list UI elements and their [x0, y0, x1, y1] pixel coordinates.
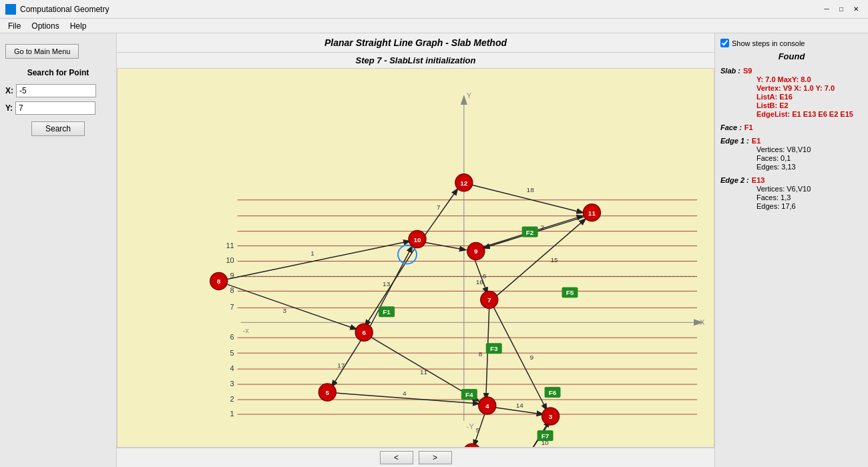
face-row: Face : F1 [720, 123, 863, 131]
go-to-main-menu-button[interactable]: Go to Main Menu [5, 44, 79, 59]
svg-text:3: 3 [282, 307, 286, 314]
svg-text:16: 16 [476, 278, 484, 286]
svg-text:14: 14 [516, 402, 524, 409]
edge2-row: Edge 2 : E13 [720, 176, 863, 184]
edge1-vertices: Vertices: V8,V10 [720, 145, 863, 153]
show-steps-row: Show steps in console [720, 39, 863, 47]
svg-text:6: 6 [230, 333, 234, 341]
svg-text:9: 9 [474, 248, 478, 256]
svg-text:F4: F4 [465, 391, 473, 398]
face-value: F1 [744, 123, 753, 131]
svg-text:7: 7 [487, 296, 491, 304]
minimize-button[interactable]: ─ [820, 3, 833, 16]
svg-text:11: 11 [226, 242, 234, 250]
svg-text:17: 17 [337, 362, 345, 369]
edge2-vertices: Vertices: V6,V10 [720, 185, 863, 193]
svg-text:3: 3 [230, 380, 234, 388]
right-panel: Show steps in console Found Slab : S9 Y:… [714, 33, 868, 467]
svg-text:4: 4 [230, 364, 234, 372]
menu-bar: File Options Help [0, 19, 868, 33]
svg-text:F5: F5 [566, 289, 574, 296]
edge2-label: Edge 2 : [720, 176, 749, 184]
x-label: X: [5, 86, 13, 95]
svg-text:1: 1 [310, 250, 314, 258]
svg-text:F1: F1 [383, 308, 391, 316]
svg-text:10: 10 [413, 236, 421, 244]
svg-text:2: 2 [541, 223, 545, 231]
svg-text:6: 6 [362, 329, 366, 336]
found-title: Found [720, 51, 863, 61]
main-menu-button-container: Go to Main Menu [5, 44, 111, 59]
edge1-row: Edge 1 : E1 [720, 137, 863, 145]
show-steps-checkbox[interactable] [720, 39, 729, 47]
edge2-edges: Edges: 17,6 [720, 202, 863, 210]
slab-section: Slab : S9 Y: 7.0 MaxY: 8.0 Vertex: V9 X:… [720, 67, 863, 118]
slab-listA-row: ListA: E16 [720, 93, 863, 101]
step-title: Step 7 - SlabList initialization [117, 53, 714, 68]
svg-text:13: 13 [383, 280, 391, 288]
svg-text:X: X [700, 318, 705, 326]
graph-svg: 1 2 3 4 5 6 7 8 9 10 11 [118, 69, 714, 447]
menu-help[interactable]: Help [65, 20, 92, 32]
slab-value: S9 [743, 67, 752, 75]
close-button[interactable]: ✕ [849, 3, 863, 16]
menu-options[interactable]: Options [26, 20, 64, 32]
x-field-row: X: [5, 84, 111, 97]
show-steps-label: Show steps in console [732, 39, 805, 47]
slab-y-row: Y: 7.0 MaxY: 8.0 [720, 75, 863, 83]
window-controls: ─ □ ✕ [820, 3, 863, 16]
edge1-edges: Edges: 3,13 [720, 163, 863, 171]
y-label: Y: [5, 103, 13, 113]
prev-button[interactable]: < [380, 451, 413, 464]
svg-text:11: 11 [588, 209, 596, 217]
canvas-area: 1 2 3 4 5 6 7 8 9 10 11 [117, 68, 714, 448]
edge1-section: Edge 1 : E1 Vertices: V8,V10 Faces: 0,1 … [720, 137, 863, 171]
svg-point-94 [463, 444, 481, 447]
edge1-faces: Faces: 0,1 [720, 154, 863, 162]
maximize-button[interactable]: □ [835, 3, 848, 16]
edge1-label: Edge 1 : [720, 137, 749, 145]
edge2-section: Edge 2 : E13 Vertices: V6,V10 Faces: 1,3… [720, 176, 863, 210]
svg-text:18: 18 [527, 186, 535, 193]
svg-text:F7: F7 [541, 432, 550, 440]
app-title: Computational Geometry [20, 5, 820, 14]
x-input[interactable] [16, 84, 96, 97]
svg-text:15: 15 [551, 256, 559, 264]
search-panel-title: Search for Point [5, 68, 111, 77]
svg-text:5: 5 [326, 389, 330, 396]
svg-text:7: 7 [437, 203, 441, 211]
svg-text:8: 8 [217, 278, 221, 285]
svg-text:F2: F2 [526, 229, 534, 236]
slab-label: Slab : [720, 67, 740, 75]
svg-text:-x: -x [243, 326, 250, 334]
svg-text:11: 11 [420, 368, 428, 376]
svg-text:9: 9 [530, 354, 534, 361]
svg-text:7: 7 [230, 303, 234, 311]
y-field-row: Y: [5, 101, 111, 115]
slab-listB-row: ListB: E2 [720, 101, 863, 109]
edge2-faces: Faces: 1,3 [720, 193, 863, 201]
slab-vertex-row: Vertex: V9 X: 1.0 Y: 7.0 [720, 84, 863, 92]
svg-text:1: 1 [230, 410, 234, 418]
svg-text:4: 4 [485, 402, 489, 410]
svg-text:8: 8 [479, 350, 483, 358]
menu-file[interactable]: File [3, 20, 26, 32]
face-section: Face : F1 [720, 123, 863, 131]
y-input[interactable] [15, 101, 95, 115]
face-label: Face : [720, 123, 742, 131]
svg-text:F6: F6 [549, 389, 557, 396]
svg-text:12: 12 [460, 179, 468, 187]
svg-text:-Y: -Y [467, 422, 475, 430]
slab-edgelist-row: EdgeList: E1 E13 E6 E2 E15 [720, 110, 863, 118]
next-button[interactable]: > [419, 451, 452, 464]
center-area: Planar Straight Line Graph - Slab Method… [117, 33, 714, 467]
svg-text:2: 2 [230, 395, 234, 403]
nav-bar: < > [117, 448, 714, 467]
svg-text:8: 8 [230, 286, 234, 294]
title-bar: Computational Geometry ─ □ ✕ [0, 0, 868, 19]
svg-text:5: 5 [230, 349, 234, 357]
app-icon [5, 4, 16, 15]
svg-text:3: 3 [549, 413, 553, 420]
slab-row: Slab : S9 [720, 67, 863, 75]
search-button[interactable]: Search [31, 121, 85, 136]
